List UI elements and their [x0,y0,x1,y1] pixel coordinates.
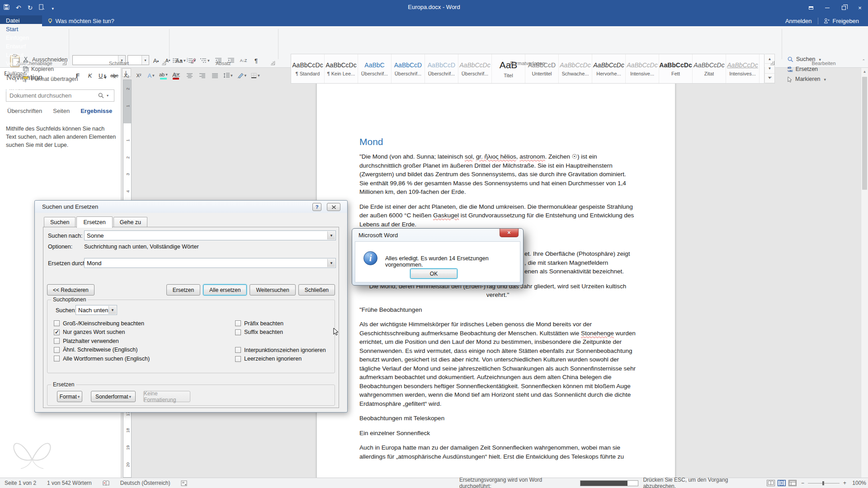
minimize-button[interactable] [819,0,835,15]
borders-button[interactable] [251,71,260,80]
highlight-button[interactable]: ab [159,71,168,80]
web-layout-icon[interactable] [788,480,797,486]
checkbox-icon[interactable] [54,347,60,353]
search-option-checkbox[interactable]: Nur ganzes Wort suchen [54,328,150,337]
style-item[interactable]: AaBbCcDc Hervorhe... [592,54,626,83]
clipboard-dialog-launcher-icon[interactable] [62,61,66,65]
word-count-status[interactable]: 1 von 542 Wörtern [47,480,92,486]
style-item[interactable]: AaBbCcDc Überschrif... [458,54,492,83]
grow-font-button[interactable]: A▴ [152,56,160,65]
show-paragraph-marks-button[interactable]: ¶ [252,56,260,65]
read-mode-icon[interactable] [767,480,775,486]
special-format-button[interactable]: Sonderformat [91,391,136,402]
search-option-checkbox[interactable]: Präfix beachten [235,319,326,328]
close-button[interactable]: × [852,0,868,15]
ribbon-tab[interactable]: Start [0,24,42,33]
checkbox-icon[interactable] [54,338,60,344]
proofing-status-icon[interactable] [103,480,109,486]
checkbox-icon[interactable] [54,320,60,326]
zoom-out-icon[interactable]: − [801,480,804,486]
no-formatting-button[interactable]: Keine Formatierung [143,391,190,402]
styles-dialog-launcher-icon[interactable] [770,61,774,65]
scrollbar-up-icon[interactable]: ▲ [861,68,868,75]
checkbox-icon[interactable] [235,356,241,362]
language-status[interactable]: Deutsch (Österreich) [120,480,170,486]
align-center-button[interactable] [185,71,193,80]
checkbox-icon[interactable] [235,329,241,335]
page-count-status[interactable]: Seite 1 von 2 [5,480,36,486]
alert-close-button[interactable]: × [500,229,519,237]
navigation-tab[interactable]: Seiten [53,108,70,114]
align-left-button[interactable] [173,71,181,80]
ribbon-tab[interactable]: Sendungen [0,67,42,75]
subscript-button[interactable]: X₂ [123,71,131,80]
style-item[interactable]: AaBbCcDc ¶ Kein Lee... [325,54,358,83]
style-item[interactable]: AaBbCcD Überschrif... [392,54,425,83]
search-option-checkbox[interactable]: Ähnl. Schreibweise (Englisch) [54,346,150,355]
underline-button[interactable]: U [98,71,106,80]
checkbox-icon[interactable] [235,347,241,353]
ribbon-tab[interactable]: Ansicht [0,84,42,93]
zoom-slider[interactable] [808,483,840,483]
vertical-scrollbar[interactable]: ▲ [861,68,868,478]
style-item[interactable]: AaBbCcDc Fett [659,54,693,83]
justify-button[interactable] [211,71,219,80]
restore-button[interactable] [835,0,852,15]
checkbox-icon[interactable] [235,320,241,326]
style-item[interactable]: AaBbC Überschrif... [358,54,392,83]
zoom-slider-thumb[interactable] [822,481,824,485]
zoom-level[interactable]: 100% [850,480,866,486]
ribbon-tab[interactable]: Datei [0,15,42,24]
styles-more-icon[interactable]: ▼ [765,74,774,83]
dialog-close-button[interactable] [327,203,340,211]
ribbon-tab[interactable]: Einfügen [0,33,42,41]
bullet-list-button[interactable] [173,56,182,65]
sign-in-button[interactable]: Anmelden [779,18,818,24]
checkbox-icon[interactable] [54,356,60,361]
line-spacing-button[interactable] [223,71,233,80]
align-right-button[interactable] [198,71,206,80]
replace-with-combo[interactable]: Mond ▼ [84,258,336,268]
styles-scroll-down-icon[interactable]: ▼ [765,64,774,73]
scrollbar-thumb[interactable] [862,77,867,190]
ok-button[interactable]: OK [410,268,458,279]
strikethrough-button[interactable]: abc [110,71,118,80]
share-button[interactable]: Freigeben [818,18,864,24]
ribbon-tab[interactable]: Verweise [0,58,42,67]
shading-button[interactable] [237,71,247,80]
macro-record-icon[interactable] [181,480,187,486]
style-item[interactable]: AaBbCcDc Zitat [693,54,726,83]
style-item[interactable]: AaBbCcDc Intensives... [726,54,760,83]
tell-me-box[interactable]: Was möchten Sie tun? [42,15,120,26]
search-option-checkbox[interactable]: Platzhalter verwenden [54,337,150,346]
search-for-combo[interactable]: Sonne ▼ [84,230,336,240]
style-item[interactable]: AaBbCcDc Schwache... [559,54,592,83]
direction-combo-caret-icon[interactable]: ▼ [108,306,116,314]
text-effects-button[interactable]: A [147,71,155,80]
dialog-action-button[interactable]: Ersetzen [166,284,200,296]
ribbon-tab[interactable]: Layout [0,50,42,58]
navigation-tab[interactable]: Überschriften [7,108,42,114]
format-button[interactable]: Format [57,391,82,402]
numbered-list-button[interactable]: 12 [187,56,196,65]
navigation-tab[interactable]: Ergebnisse [80,108,112,114]
search-options-caret-icon[interactable]: ▾ [107,94,114,98]
search-option-checkbox[interactable]: Leerzeichen ignorieren [235,355,326,364]
checkbox-icon[interactable] [54,329,60,335]
style-item[interactable]: AaBbCcDc ¶ Standard [291,54,325,83]
style-item[interactable]: AaB Titel [492,54,525,83]
ribbon-tab[interactable]: Überprüfen [0,75,42,84]
bold-button[interactable]: F [74,71,82,80]
dialog-action-button[interactable]: Alle ersetzen [203,284,247,296]
search-option-checkbox[interactable]: Suffix beachten [235,328,326,337]
search-icon[interactable] [98,93,104,99]
replace-combo-caret-icon[interactable]: ▼ [327,259,335,267]
paragraph-dialog-launcher-icon[interactable] [271,61,275,65]
style-item[interactable]: AaBbCcDc Intensive... [626,54,659,83]
search-option-checkbox[interactable]: Groß-/Kleinschreibung beachten [54,319,150,328]
dialog-action-button[interactable]: Weitersuchen [250,284,295,296]
ribbon-options-button[interactable] [803,0,819,15]
zoom-in-icon[interactable]: + [843,480,846,486]
search-option-checkbox[interactable]: Alle Wortformen suchen (Englisch) [54,354,150,363]
superscript-button[interactable]: X² [135,71,143,80]
